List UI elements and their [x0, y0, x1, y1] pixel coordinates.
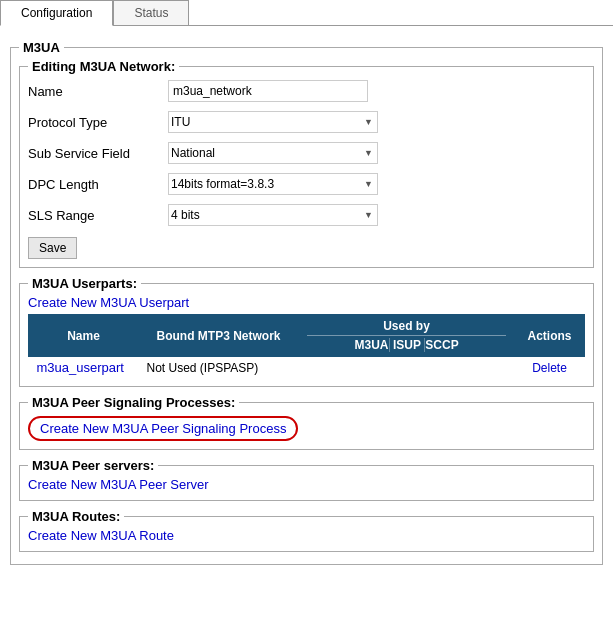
row-name: m3ua_userpart — [29, 357, 139, 379]
sub-sccp: SCCP — [424, 338, 459, 352]
create-peer-server-link[interactable]: Create New M3UA Peer Server — [28, 477, 209, 492]
save-button[interactable]: Save — [28, 237, 77, 259]
row-isup — [370, 357, 442, 379]
col-name: Name — [29, 315, 139, 357]
name-row: Name — [28, 78, 585, 104]
used-by-sub: M3UA ISUP SCCP — [307, 338, 506, 352]
create-userpart-link[interactable]: Create New M3UA Userpart — [28, 295, 189, 310]
sub-m3ua: M3UA — [354, 338, 389, 352]
sub-service-select[interactable]: National International Spare Reserved — [168, 142, 378, 164]
sub-isup: ISUP — [389, 338, 424, 352]
userparts-table: Name Bound MTP3 Network Used by M3UA ISU… — [28, 314, 585, 378]
peer-servers-section: M3UA Peer servers: Create New M3UA Peer … — [19, 458, 594, 501]
table-row: m3ua_userpart Not Used (IPSPASP) Delete — [29, 357, 585, 379]
userparts-title: M3UA Userparts: — [28, 276, 141, 291]
userpart-name-link[interactable]: m3ua_userpart — [37, 360, 124, 375]
sls-range-label: SLS Range — [28, 208, 168, 223]
sub-service-field-row: Sub Service Field National International… — [28, 140, 585, 166]
userparts-section: M3UA Userparts: Create New M3UA Userpart… — [19, 276, 594, 387]
delete-link[interactable]: Delete — [532, 361, 567, 375]
sls-range-row: SLS Range 4 bits 5 bits 8 bits — [28, 202, 585, 228]
row-action: Delete — [515, 357, 585, 379]
col-bound: Bound MTP3 Network — [139, 315, 299, 357]
editing-m3ua-network: Editing M3UA Network: Name Protocol Type… — [19, 59, 594, 268]
sls-range-select[interactable]: 4 bits 5 bits 8 bits — [168, 204, 378, 226]
used-by-label: Used by — [307, 319, 506, 336]
protocol-type-select-wrapper: ITU ANSI China Japan — [168, 111, 378, 133]
sls-range-select-wrapper: 4 bits 5 bits 8 bits — [168, 204, 378, 226]
dpc-length-row: DPC Length 14bits format=3.8.3 24bits 16… — [28, 171, 585, 197]
peer-servers-title: M3UA Peer servers: — [28, 458, 158, 473]
name-input[interactable] — [168, 80, 368, 102]
dpc-length-select-wrapper: 14bits format=3.8.3 24bits 16bits — [168, 173, 378, 195]
m3ua-section-title: M3UA — [19, 40, 64, 55]
create-route-link[interactable]: Create New M3UA Route — [28, 528, 174, 543]
tab-configuration[interactable]: Configuration — [0, 0, 113, 26]
tab-status[interactable]: Status — [113, 0, 189, 25]
row-m3ua — [299, 357, 371, 379]
peer-signaling-section: M3UA Peer Signaling Processes: Create Ne… — [19, 395, 594, 450]
create-peer-signaling-link[interactable]: Create New M3UA Peer Signaling Process — [40, 421, 286, 436]
name-label: Name — [28, 84, 168, 99]
tabs-bar: Configuration Status — [0, 0, 613, 26]
row-sccp — [442, 357, 514, 379]
peer-signaling-title: M3UA Peer Signaling Processes: — [28, 395, 239, 410]
sub-service-select-wrapper: National International Spare Reserved — [168, 142, 378, 164]
routes-title: M3UA Routes: — [28, 509, 124, 524]
col-actions: Actions — [515, 315, 585, 357]
highlight-circle: Create New M3UA Peer Signaling Process — [28, 416, 298, 441]
protocol-type-row: Protocol Type ITU ANSI China Japan — [28, 109, 585, 135]
protocol-type-label: Protocol Type — [28, 115, 168, 130]
protocol-type-select[interactable]: ITU ANSI China Japan — [168, 111, 378, 133]
row-bound: Not Used (IPSPASP) — [139, 357, 299, 379]
editing-legend: Editing M3UA Network: — [28, 59, 179, 74]
sub-service-label: Sub Service Field — [28, 146, 168, 161]
dpc-length-label: DPC Length — [28, 177, 168, 192]
dpc-length-select[interactable]: 14bits format=3.8.3 24bits 16bits — [168, 173, 378, 195]
routes-section: M3UA Routes: Create New M3UA Route — [19, 509, 594, 552]
col-usedby: Used by M3UA ISUP SCCP — [299, 315, 515, 357]
m3ua-section: M3UA Editing M3UA Network: Name Protocol… — [10, 40, 603, 565]
